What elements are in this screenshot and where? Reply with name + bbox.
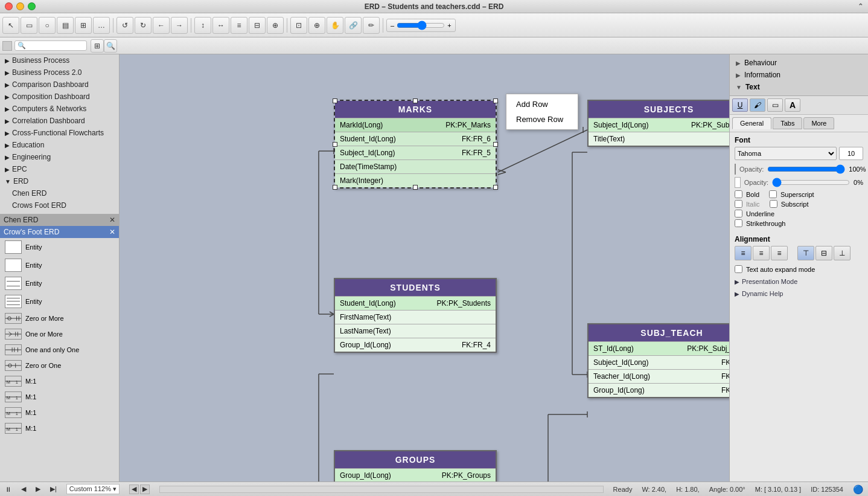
students-row-1[interactable]: Student_Id(Long) PK:PK_Students [335, 296, 496, 310]
status-nav-prev2[interactable]: ◀ [21, 485, 26, 493]
color-swatch-2[interactable] [735, 177, 741, 188]
status-nav-prev[interactable]: ⏸ [5, 486, 11, 493]
marks-row-4[interactable]: Date(TimeStamp) [335, 159, 496, 173]
information-label[interactable]: Information [744, 71, 780, 79]
one-or-more-item[interactable]: One or More [0, 326, 119, 342]
behaviour-label[interactable]: Behaviour [744, 59, 777, 67]
rect-tool[interactable]: ▭ [21, 17, 37, 34]
link-btn[interactable]: 🔗 [345, 17, 362, 34]
align-left-btn[interactable]: ≡ [735, 246, 752, 260]
handle-bl[interactable] [333, 185, 337, 190]
subj-teach-row-1[interactable]: ST_Id(Long) PK:PK_Subj_Teach [589, 341, 729, 355]
subjects-row-2[interactable]: Title(Text) [589, 132, 729, 146]
color-swatch-1[interactable] [735, 164, 736, 175]
table-tool[interactable]: ⊞ [75, 17, 92, 34]
text-row[interactable]: ▼ Text [732, 81, 866, 93]
students-row-4[interactable]: Group_Id(Long) FK:FR_4 [335, 338, 496, 352]
autoexpand-checkbox[interactable] [735, 265, 742, 273]
presentation-mode-row[interactable]: ▶ Presentation Mode [730, 275, 868, 288]
sidebar-item-erd[interactable]: ▼ ERD [0, 175, 119, 187]
hand-btn[interactable]: ✋ [327, 17, 343, 34]
group-btn[interactable]: ⊕ [267, 17, 284, 34]
presentation-mode-label[interactable]: Presentation Mode [742, 278, 797, 285]
minimize-button[interactable] [16, 2, 24, 10]
ctx-add-row[interactable]: Add Row [506, 97, 578, 112]
handle-bm[interactable] [413, 185, 418, 190]
align-btn[interactable]: ≡ [231, 17, 247, 34]
entity-item-3[interactable]: Entity [0, 274, 119, 292]
text-tool[interactable]: ▤ [57, 17, 74, 34]
subj-teach-table[interactable]: SUBJ_TEACH ST_Id(Long) PK:PK_Subj_Teach … [587, 323, 729, 398]
zero-or-more-item[interactable]: Zero or More [0, 311, 119, 326]
students-row-3[interactable]: LastName(Text) [335, 324, 496, 338]
marks-row-1[interactable]: MarkId(Long) PK:PK_Marks [335, 118, 496, 132]
subj-teach-row-4[interactable]: Group_Id(Long) FK:FR_1 [589, 383, 729, 397]
students-table[interactable]: STUDENTS Student_Id(Long) PK:PK_Students… [334, 278, 497, 353]
window-controls[interactable] [5, 2, 36, 10]
groups-table[interactable]: GROUPS Group_Id(Long) PK:PK_Groups Name(… [334, 450, 497, 482]
handle-ml[interactable] [333, 142, 337, 147]
tab-crows-erd[interactable]: Crow's Foot ERD ✕ [0, 226, 119, 238]
fwd-btn[interactable]: → [171, 17, 188, 34]
italic-checkbox[interactable] [735, 200, 742, 208]
status-nav-last[interactable]: ▶| [50, 485, 57, 493]
status-nav-next[interactable]: ▶ [36, 485, 40, 493]
sidebar-item-crows-erd[interactable]: Crows Foot ERD [0, 199, 119, 211]
font-tool-btn[interactable]: A [785, 98, 800, 112]
align-vmid-btn[interactable]: ⊟ [815, 246, 832, 260]
bold-checkbox[interactable] [735, 190, 742, 198]
canvas-area[interactable]: MARKS MarkId(Long) PK:PK_Marks Student_I… [120, 54, 729, 482]
subjects-table[interactable]: SUBJECTS Subject_Id(Long) PK:PK_Subjects… [587, 100, 729, 147]
subscript-checkbox[interactable] [770, 200, 777, 208]
search-input[interactable] [26, 42, 80, 50]
pen-btn[interactable]: ✏ [363, 17, 380, 34]
dynamic-help-row[interactable]: ▶ Dynamic Help [730, 288, 868, 300]
box-tool-btn[interactable]: ▭ [767, 98, 783, 112]
ellipse-tool[interactable]: ○ [39, 17, 56, 34]
status-zoom-select[interactable]: Custom 112% ▾ [66, 484, 120, 494]
align-center-btn[interactable]: ≡ [753, 246, 770, 260]
sidebar-item-education[interactable]: ▶ Education [0, 139, 119, 151]
select-tool[interactable]: ↖ [2, 17, 19, 34]
close-icon[interactable]: ✕ [109, 228, 115, 236]
handle-tr[interactable] [493, 98, 498, 103]
groups-row-1[interactable]: Group_Id(Long) PK:PK_Groups [335, 468, 496, 482]
sidebar-item-composition[interactable]: ▶ Composition Dashboard [0, 91, 119, 103]
one-only-item[interactable]: One and only One [0, 342, 119, 358]
marks-row-2[interactable]: Student_Id(Long) FK:FR_6 [335, 132, 496, 146]
page-right-btn[interactable]: ▶ [140, 485, 150, 494]
dynamic-help-label[interactable]: Dynamic Help [742, 290, 783, 297]
students-row-2[interactable]: FirstName(Text) [335, 310, 496, 324]
underline-checkbox[interactable] [735, 210, 742, 217]
m1-item-1[interactable]: M1 M:1 [0, 373, 119, 389]
strikethrough-checkbox[interactable] [735, 219, 742, 227]
sidebar-item-epc[interactable]: ▶ EPC [0, 163, 119, 175]
align-bottom-btn[interactable]: ⊥ [834, 246, 850, 260]
ctx-remove-row[interactable]: Remove Row [506, 112, 578, 127]
list-view-btn[interactable]: ⊞ [91, 39, 104, 53]
marks-table[interactable]: MARKS MarkId(Long) PK:PK_Marks Student_I… [334, 100, 497, 188]
subj-teach-row-3[interactable]: Teacher_Id(Long) FK:FR_2 [589, 369, 729, 383]
tab-general[interactable]: General [732, 117, 771, 129]
horiz-btn[interactable]: ↔ [212, 17, 229, 34]
align-top-btn[interactable]: ⊤ [797, 246, 814, 260]
opacity-slider-2[interactable] [772, 178, 850, 187]
entity-item-1[interactable]: Entity [0, 238, 119, 256]
zoom-fit-btn[interactable]: ⊡ [290, 17, 307, 34]
next-btn[interactable]: ↻ [135, 17, 152, 34]
align-right-btn[interactable]: ≡ [771, 246, 788, 260]
m1-item-4[interactable]: M1 M:1 [0, 420, 119, 436]
search-btn[interactable]: 🔍 [104, 39, 117, 53]
collapse-icon[interactable]: ⌃ [858, 2, 863, 10]
entity-item-2[interactable]: Entity [0, 256, 119, 274]
grid-icon[interactable] [2, 41, 12, 51]
superscript-checkbox[interactable] [769, 190, 777, 198]
behaviour-row[interactable]: ▶ Behaviour [732, 57, 866, 69]
subj-teach-row-2[interactable]: Subject_Id(Long) FK:FR_3 [589, 355, 729, 369]
vert-btn[interactable]: ↕ [194, 17, 211, 34]
tab-more[interactable]: More [803, 117, 834, 129]
highlight-tool-btn[interactable]: 🖌 [750, 98, 765, 112]
close-icon[interactable]: ✕ [109, 216, 115, 224]
handle-tm[interactable] [413, 98, 418, 103]
prev-btn[interactable]: ↺ [116, 17, 133, 34]
